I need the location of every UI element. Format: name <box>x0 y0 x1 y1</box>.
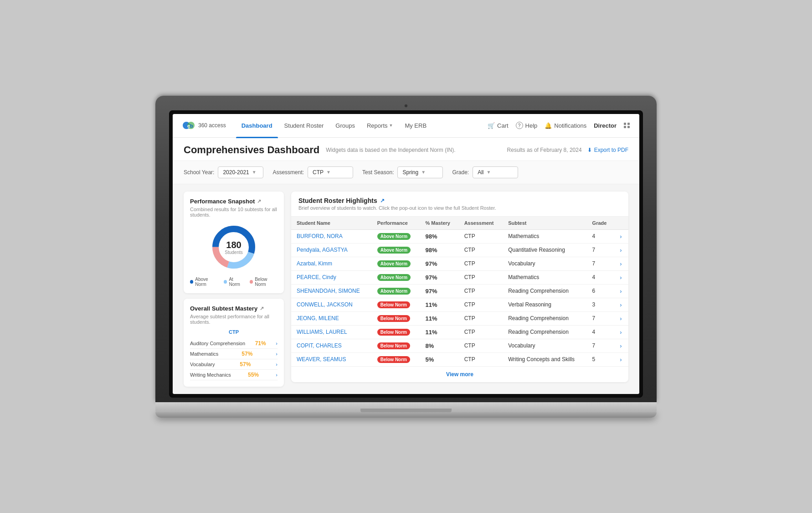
cell-student-name-6: JEONG, MILENE <box>291 311 372 325</box>
cell-performance-6: Below Norm <box>372 311 420 325</box>
view-more-button[interactable]: View more <box>291 367 628 382</box>
cell-assessment-6: CTP <box>459 311 503 325</box>
row-chevron-2[interactable]: › <box>620 260 622 267</box>
cell-grade-8: 7 <box>587 339 615 352</box>
cell-student-name-8: COPIT, CHARLES <box>291 339 372 352</box>
top-nav: e b 360 access Dashboard Student Roster <box>173 114 639 138</box>
row-chevron-9[interactable]: › <box>620 356 622 363</box>
cell-performance-1: Above Norm <box>372 243 420 257</box>
cell-assessment-2: CTP <box>459 257 503 270</box>
student-link-8[interactable]: COPIT, CHARLES <box>297 342 342 349</box>
performance-badge-4: Above Norm <box>377 288 411 295</box>
cell-assessment-8: CTP <box>459 339 503 352</box>
grade-select[interactable]: All ▼ <box>473 166 518 178</box>
student-link-4[interactable]: SHENANDOAH, SIMONE <box>297 288 360 294</box>
subtest-chevron-1[interactable]: › <box>276 351 278 357</box>
cart-icon: 🛒 <box>488 122 495 129</box>
page-subtitle: Widgets data is based on the Independent… <box>326 147 455 153</box>
laptop-shell: e b 360 access Dashboard Student Roster <box>155 96 657 418</box>
help-icon: ? <box>516 122 523 129</box>
student-link-5[interactable]: CONWELL, JACKSON <box>297 301 353 308</box>
cell-subtest-0: Mathematics <box>503 229 586 243</box>
subtest-chevron-3[interactable]: › <box>276 372 278 378</box>
school-year-label: School Year: <box>184 169 214 176</box>
grade-chevron-icon: ▼ <box>487 170 491 175</box>
table-title-popout-icon[interactable]: ↗ <box>380 197 385 204</box>
col-action <box>614 217 628 230</box>
student-link-2[interactable]: Azarbal, Kimm <box>297 260 332 267</box>
cell-student-name-9: WEAVER, SEAMUS <box>291 352 372 366</box>
legend-at-norm: At Norm <box>224 277 244 287</box>
cell-mastery-2: 97% <box>420 257 459 270</box>
nav-groups[interactable]: Groups <box>330 119 360 132</box>
performance-badge-2: Above Norm <box>377 260 411 267</box>
cell-subtest-6: Reading Comprehension <box>503 311 586 325</box>
row-chevron-5[interactable]: › <box>620 301 622 308</box>
student-link-3[interactable]: PEARCE, Cindy <box>297 274 336 280</box>
cell-grade-5: 3 <box>587 298 615 311</box>
export-pdf-button[interactable]: ⬇ Export to PDF <box>587 147 628 153</box>
cart-nav-item[interactable]: 🛒 Cart <box>488 122 509 129</box>
cell-subtest-7: Reading Comprehension <box>503 325 586 339</box>
cell-chevron-9: › <box>614 352 628 366</box>
row-chevron-8[interactable]: › <box>620 342 622 349</box>
row-chevron-1[interactable]: › <box>620 247 622 254</box>
col-assessment: Assessment <box>459 217 503 230</box>
subtest-row-0: Auditory Comprehension 71% › <box>190 338 278 349</box>
cell-chevron-6: › <box>614 311 628 325</box>
student-link-6[interactable]: JEONG, MILENE <box>297 315 339 321</box>
laptop-base <box>155 402 657 412</box>
grid-menu-icon[interactable] <box>624 123 630 128</box>
cell-grade-7: 4 <box>587 325 615 339</box>
mastery-value-6: 11% <box>426 315 437 322</box>
performance-snapshot-title: Performance Snapshot ↗ <box>190 198 278 205</box>
help-nav-item[interactable]: ? Help <box>516 122 538 129</box>
cell-performance-8: Below Norm <box>372 339 420 352</box>
cell-performance-9: Below Norm <box>372 352 420 366</box>
laptop-camera <box>404 104 408 108</box>
cell-chevron-2: › <box>614 257 628 270</box>
table-row: BURFORD, NORA Above Norm 98% CTP Mathema… <box>291 229 628 243</box>
assessment-select[interactable]: CTP ▼ <box>308 166 353 178</box>
cell-chevron-3: › <box>614 270 628 284</box>
table-header-area: Student Roster Highlights ↗ Brief overvi… <box>291 192 628 217</box>
col-mastery: % Mastery <box>420 217 459 230</box>
notifications-nav-item[interactable]: 🔔 Notifications <box>545 122 586 129</box>
assessment-label: Assessment: <box>272 169 304 176</box>
performance-snapshot-edit-icon[interactable]: ↗ <box>257 198 261 204</box>
row-chevron-3[interactable]: › <box>620 274 622 281</box>
student-link-1[interactable]: Pendyala, AGASTYA <box>297 247 348 253</box>
nav-dashboard[interactable]: Dashboard <box>236 119 278 132</box>
test-season-select[interactable]: Spring ▼ <box>397 166 443 178</box>
cell-performance-3: Above Norm <box>372 270 420 284</box>
subtest-chevron-0[interactable]: › <box>276 341 278 346</box>
row-chevron-6[interactable]: › <box>620 315 622 322</box>
cell-subtest-9: Writing Concepts and Skills <box>503 352 586 366</box>
above-norm-dot <box>190 280 193 284</box>
subtest-mastery-title: Overall Subtest Mastery ↗ <box>190 305 278 312</box>
cell-mastery-4: 97% <box>420 284 459 298</box>
student-link-7[interactable]: WILLIAMS, LAUREL <box>297 329 347 335</box>
row-chevron-0[interactable]: › <box>620 233 622 240</box>
subtest-mastery-edit-icon[interactable]: ↗ <box>260 306 264 311</box>
legend-above-norm: Above Norm <box>190 277 218 287</box>
nav-reports[interactable]: Reports ▼ <box>361 119 398 132</box>
cell-subtest-4: Reading Comprehension <box>503 284 586 298</box>
cell-performance-5: Below Norm <box>372 298 420 311</box>
student-link-0[interactable]: BURFORD, NORA <box>297 233 343 239</box>
cell-mastery-5: 11% <box>420 298 459 311</box>
school-year-select[interactable]: 2020-2021 ▼ <box>218 166 263 178</box>
page-header-left: Comprehensives Dashboard Widgets data is… <box>184 144 455 156</box>
student-link-9[interactable]: WEAVER, SEAMUS <box>297 356 346 363</box>
row-chevron-7[interactable]: › <box>620 329 622 336</box>
nav-student-roster[interactable]: Student Roster <box>279 119 329 132</box>
row-chevron-4[interactable]: › <box>620 288 622 295</box>
subtest-chevron-2[interactable]: › <box>276 362 278 367</box>
subtest-assessment-label: CTP <box>190 329 278 335</box>
donut-chart: 180 Students <box>209 222 259 272</box>
director-nav-item[interactable]: Director <box>594 122 617 129</box>
reports-dropdown-icon: ▼ <box>389 123 393 128</box>
cell-chevron-7: › <box>614 325 628 339</box>
nav-my-erb[interactable]: My ERB <box>399 119 432 132</box>
cell-subtest-3: Mathematics <box>503 270 586 284</box>
